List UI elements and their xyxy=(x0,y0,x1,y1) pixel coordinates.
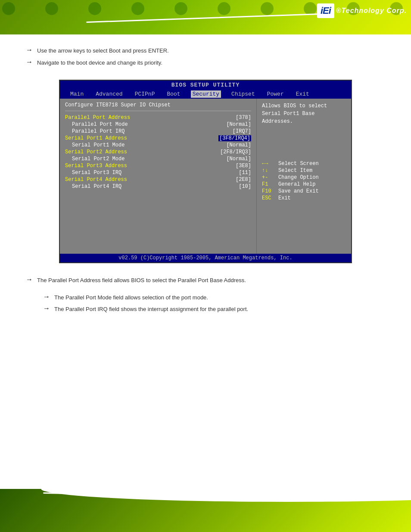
menu-item-exit[interactable]: Exit xyxy=(294,90,311,98)
value-parallel-addr: [378] xyxy=(236,115,251,121)
nav-desc-item: Select Item xyxy=(278,168,312,174)
menu-item-security[interactable]: Security xyxy=(191,90,221,98)
bios-help-text: Allows BIOS to select Serial Port1 Base … xyxy=(262,102,346,125)
footer-banner xyxy=(0,489,411,532)
nav-desc-help: General Help xyxy=(278,181,315,187)
arrow-icon-2: → xyxy=(26,58,33,66)
label-serial2-addr: Serial Port2 Address xyxy=(65,149,127,155)
bios-section-title: Configure ITE8718 Super IO Chipset xyxy=(65,102,251,108)
arrow-icon-4: → xyxy=(43,293,50,301)
bios-row-parallel-irq[interactable]: Parallel Port IRQ [IRQ7] xyxy=(65,128,251,134)
bios-row-serial2-addr[interactable]: Serial Port2 Address [2F8/IRQ3] xyxy=(65,149,251,155)
label-serial4-addr: Serial Port4 Address xyxy=(65,177,127,183)
arrow-item-4: → The Parallel Port Mode field allows se… xyxy=(43,293,385,302)
nav-row-item: ↑↓ Select Item xyxy=(262,168,346,174)
nav-desc-save: Save and Exit xyxy=(278,188,319,194)
header-banner: iEi ®Technology Corp. xyxy=(0,0,411,34)
bios-row-serial3-addr[interactable]: Serial Port3 Address [3E8] xyxy=(65,163,251,169)
value-parallel-mode: [Normal] xyxy=(226,121,251,128)
bios-body: Configure ITE8718 Super IO Chipset Paral… xyxy=(60,99,351,254)
bios-row-serial1-addr[interactable]: Serial Port1 Address [3F8/IRQ4] xyxy=(65,135,251,141)
nav-desc-esc: Exit xyxy=(278,195,291,201)
bios-row-parallel-mode[interactable]: Parallel Port Mode [Normal] xyxy=(65,121,251,128)
arrow-item-5: → The Parallel Port IRQ field shows the … xyxy=(43,305,385,314)
bios-right-panel: Allows BIOS to select Serial Port1 Base … xyxy=(256,99,351,254)
nav-row-save: F10 Save and Exit xyxy=(262,188,346,194)
label-parallel-irq: Parallel Port IRQ xyxy=(65,128,125,134)
iei-logo: iEi xyxy=(317,3,334,18)
bios-right-inner: Allows BIOS to select Serial Port1 Base … xyxy=(262,102,346,250)
bios-row-serial4-addr[interactable]: Serial Port4 Address [2E8] xyxy=(65,177,251,183)
label-serial2-mode: Serial Port2 Mode xyxy=(65,156,125,162)
arrow-text-3: The Parallel Port Address field allows B… xyxy=(37,276,246,285)
bios-row-serial4-irq[interactable]: Serial Port4 IRQ [10] xyxy=(65,184,251,190)
value-serial4-irq: [10] xyxy=(239,184,251,190)
menu-item-advanced[interactable]: Advanced xyxy=(94,90,124,98)
header-line-decoration xyxy=(86,13,333,23)
bios-divider xyxy=(65,111,251,111)
value-serial2-mode: [Normal] xyxy=(226,156,251,162)
label-parallel-addr: Parallel Port Address xyxy=(65,115,130,121)
bios-screenshot: BIOS SETUP UTILITY Main Advanced PCIPnP … xyxy=(59,80,352,263)
menu-item-chipset[interactable]: Chipset xyxy=(230,90,257,98)
bios-menu-bar: Main Advanced PCIPnP Boot Security Chips… xyxy=(60,90,351,99)
value-serial1-mode: [Normal] xyxy=(226,142,251,148)
logo-tagline: ®Technology Corp. xyxy=(336,7,407,15)
bios-footer-text: v02.59 (C)Copyright 1985-2005, American … xyxy=(118,255,292,261)
nav-desc-screen: Select Screen xyxy=(278,161,319,167)
arrow-text-1: Use the arrow keys to select Boot and pr… xyxy=(37,47,169,55)
arrow-text-4: The Parallel Port Mode field allows sele… xyxy=(54,293,208,302)
arrow-item-1: → Use the arrow keys to select Boot and … xyxy=(26,47,385,55)
nav-row-option: +- Change Option xyxy=(262,174,346,180)
bios-title-bar: BIOS SETUP UTILITY xyxy=(60,81,351,90)
label-serial1-mode: Serial Port1 Mode xyxy=(65,142,125,148)
menu-item-boot[interactable]: Boot xyxy=(165,90,182,98)
label-serial3-irq: Serial Port3 IRQ xyxy=(65,170,121,176)
bios-left-panel: Configure ITE8718 Super IO Chipset Paral… xyxy=(60,99,256,254)
bios-row-parallel-addr[interactable]: Parallel Port Address [378] xyxy=(65,115,251,121)
value-serial1-addr: [3F8/IRQ4] xyxy=(218,135,251,141)
bios-footer: v02.59 (C)Copyright 1985-2005, American … xyxy=(60,254,351,262)
value-serial2-addr: [2F8/IRQ3] xyxy=(220,149,251,155)
value-parallel-irq: [IRQ7] xyxy=(233,128,251,134)
arrow-icon-5: → xyxy=(43,305,50,312)
nav-row-help: F1 General Help xyxy=(262,181,346,187)
label-serial3-addr: Serial Port3 Address xyxy=(65,163,127,169)
label-serial1-addr: Serial Port1 Address xyxy=(65,135,127,141)
value-serial3-irq: [11] xyxy=(239,170,251,176)
value-serial3-addr: [3E8] xyxy=(236,163,251,169)
nav-desc-option: Change Option xyxy=(278,174,319,180)
arrow-item-3: → The Parallel Port Address field allows… xyxy=(26,276,385,285)
bios-row-serial2-mode[interactable]: Serial Port2 Mode [Normal] xyxy=(65,156,251,162)
arrow-icon-3: → xyxy=(26,276,33,283)
nav-key-help: F1 xyxy=(262,181,275,187)
nav-row-screen: ←→ Select Screen xyxy=(262,161,346,167)
arrow-icon-1: → xyxy=(26,46,33,54)
arrow-text-5: The Parallel Port IRQ field shows the in… xyxy=(54,305,248,314)
menu-item-main[interactable]: Main xyxy=(68,90,85,98)
arrow-text-2: Navigate to the boot device and change i… xyxy=(37,59,162,67)
menu-item-power[interactable]: Power xyxy=(265,90,286,98)
nav-key-item: ↑↓ xyxy=(262,168,275,174)
footer-spacer xyxy=(0,326,411,369)
bios-title: BIOS SETUP UTILITY xyxy=(171,82,240,88)
label-serial4-irq: Serial Port4 IRQ xyxy=(65,184,121,190)
main-content: → Use the arrow keys to select Boot and … xyxy=(0,34,411,326)
bios-row-serial1-mode[interactable]: Serial Port1 Mode [Normal] xyxy=(65,142,251,148)
nav-key-screen: ←→ xyxy=(262,161,275,167)
arrow-item-2: → Navigate to the boot device and change… xyxy=(26,59,385,67)
logo-area: iEi ®Technology Corp. xyxy=(317,3,407,18)
menu-item-pcipnp[interactable]: PCIPnP xyxy=(133,90,157,98)
nav-row-esc: ESC Exit xyxy=(262,195,346,201)
bios-row-serial3-irq[interactable]: Serial Port3 IRQ [11] xyxy=(65,170,251,176)
nav-key-save: F10 xyxy=(262,188,275,194)
value-serial4-addr: [2E8] xyxy=(236,177,251,183)
label-parallel-mode: Parallel Port Mode xyxy=(65,121,128,128)
nav-key-esc: ESC xyxy=(262,195,275,201)
nav-key-option: +- xyxy=(262,174,275,180)
bios-nav-section: ←→ Select Screen ↑↓ Select Item +- Chang… xyxy=(262,160,346,202)
